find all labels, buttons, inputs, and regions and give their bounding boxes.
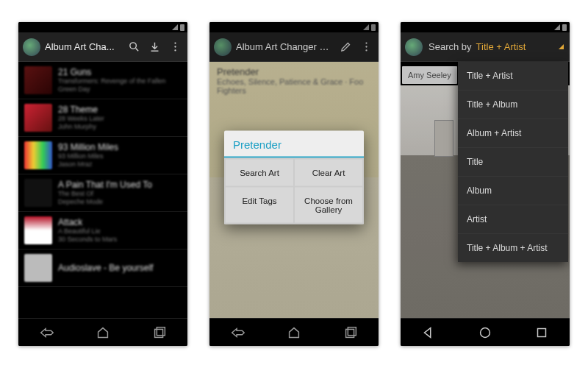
song-title: 28 Theme — [58, 105, 104, 115]
signal-icon — [554, 24, 560, 30]
dropdown-option[interactable]: Title — [458, 147, 568, 176]
album-thumb — [24, 66, 52, 94]
dropdown-option[interactable]: Title + Album + Artist — [458, 233, 568, 262]
song-album: The Best Of — [58, 190, 152, 198]
song-title: 93 Million Miles — [58, 142, 118, 152]
song-title: 21 Guns — [58, 67, 165, 77]
app-icon — [23, 38, 40, 56]
svg-point-14 — [481, 328, 490, 337]
search-by-value[interactable]: Title + Artist — [476, 41, 554, 52]
dropdown-option[interactable]: Album — [458, 176, 568, 205]
album-thumb — [24, 216, 52, 244]
recents-key[interactable] — [527, 322, 556, 344]
search-by-dropdown: Title + ArtistTitle + AlbumAlbum + Artis… — [458, 62, 568, 262]
dropdown-option[interactable]: Artist — [458, 205, 568, 233]
svg-rect-15 — [537, 328, 545, 336]
status-bar — [18, 22, 187, 32]
song-list[interactable]: 21 GunsTransformers: Revenge of the Fall… — [18, 62, 187, 318]
svg-rect-13 — [348, 327, 356, 335]
song-album: 93 Million Miles — [58, 152, 118, 160]
battery-icon — [562, 24, 567, 31]
overflow-icon[interactable] — [167, 40, 183, 53]
dropdown-option[interactable]: Title + Album — [458, 90, 568, 118]
home-key[interactable] — [88, 322, 118, 344]
signal-icon — [172, 24, 178, 30]
back-key[interactable] — [32, 322, 61, 344]
song-meta: Audioslave - Be yourself — [58, 263, 153, 273]
song-row[interactable]: 93 Million Miles93 Million MilesJason Mr… — [18, 137, 187, 174]
app-icon — [405, 38, 423, 56]
song-artist: Depeche Mode — [58, 198, 152, 206]
battery-icon — [180, 24, 184, 31]
svg-rect-12 — [345, 329, 354, 337]
album-thumb — [24, 179, 52, 207]
screenshot-dropdown: Search by Title + Artist Amy SeeleyMile … — [401, 22, 570, 346]
choose-gallery-button[interactable]: Choose from Gallery — [295, 188, 362, 223]
recents-key[interactable] — [145, 322, 174, 344]
status-bar — [401, 22, 570, 32]
song-row[interactable]: AttackA Beautiful Lie30 Seconds to Mars — [18, 212, 187, 250]
album-thumb — [24, 254, 52, 282]
svg-point-0 — [129, 43, 136, 49]
screenshot-dialog: Album Art Changer Pro Pretender Echoes, … — [209, 22, 379, 346]
song-row[interactable]: Audioslave - Be yourself — [18, 250, 187, 287]
search-art-button[interactable]: Search Art — [226, 160, 293, 186]
home-key[interactable] — [470, 322, 500, 344]
search-icon[interactable] — [126, 40, 142, 53]
clear-art-button[interactable]: Clear Art — [295, 160, 362, 186]
spinner-indicator-icon — [559, 44, 564, 49]
dropdown-option[interactable]: Album + Artist — [458, 118, 568, 147]
nav-bar — [209, 318, 379, 346]
song-meta: 93 Million Miles93 Million MilesJason Mr… — [58, 142, 118, 169]
svg-line-1 — [135, 49, 138, 52]
song-artist: 30 Seconds to Mars — [58, 236, 117, 244]
song-album: Transformers: Revenge of the Fallen — [58, 77, 165, 85]
song-row[interactable]: 28 Theme28 Weeks LaterJohn Murphy — [18, 99, 187, 137]
svg-rect-7 — [154, 329, 162, 337]
search-by-label: Search by — [429, 41, 472, 52]
song-title: A Pain That I'm Used To — [58, 180, 152, 190]
svg-rect-8 — [157, 327, 165, 335]
song-title: Audioslave - Be yourself — [58, 263, 153, 273]
app-title: Album Art Cha... — [45, 41, 121, 52]
album-thumb — [24, 104, 52, 132]
song-meta: 28 Theme28 Weeks LaterJohn Murphy — [58, 105, 104, 131]
song-meta: 21 GunsTransformers: Revenge of the Fall… — [58, 67, 165, 93]
edit-tags-button[interactable]: Edit Tags — [226, 188, 293, 223]
nav-bar — [401, 318, 570, 346]
song-row[interactable]: A Pain That I'm Used ToThe Best OfDepech… — [18, 174, 187, 212]
song-album: A Beautiful Lie — [58, 227, 117, 236]
back-key[interactable] — [414, 322, 443, 344]
svg-point-5 — [174, 46, 176, 47]
dialog-title: Pretender — [224, 131, 364, 157]
song-artist: Green Day — [58, 85, 165, 93]
recents-key[interactable] — [336, 322, 365, 344]
song-artist: John Murphy — [58, 123, 104, 131]
song-row[interactable]: 21 GunsTransformers: Revenge of the Fall… — [18, 62, 187, 99]
song-meta: AttackA Beautiful Lie30 Seconds to Mars — [58, 217, 117, 244]
home-key[interactable] — [279, 322, 309, 344]
song-meta: A Pain That I'm Used ToThe Best OfDepech… — [58, 180, 152, 206]
album-thumb — [24, 141, 52, 169]
song-artist: Jason Mraz — [58, 160, 118, 169]
screenshot-song-list: Album Art Cha... 21 GunsTransformers: Re… — [18, 22, 187, 346]
download-icon[interactable] — [146, 40, 162, 53]
dialog-button-grid: Search Art Clear Art Edit Tags Choose fr… — [224, 158, 364, 224]
svg-point-6 — [174, 49, 176, 51]
back-key[interactable] — [223, 322, 252, 344]
song-album: 28 Weeks Later — [58, 115, 104, 123]
nav-bar — [18, 318, 187, 346]
svg-point-4 — [174, 42, 176, 43]
action-dialog: Pretender Search Art Clear Art Edit Tags… — [224, 131, 364, 224]
song-title: Attack — [58, 217, 117, 227]
action-bar: Search by Title + Artist — [401, 32, 570, 62]
action-bar: Album Art Cha... — [18, 32, 187, 62]
dropdown-option[interactable]: Title + Artist — [458, 62, 568, 90]
